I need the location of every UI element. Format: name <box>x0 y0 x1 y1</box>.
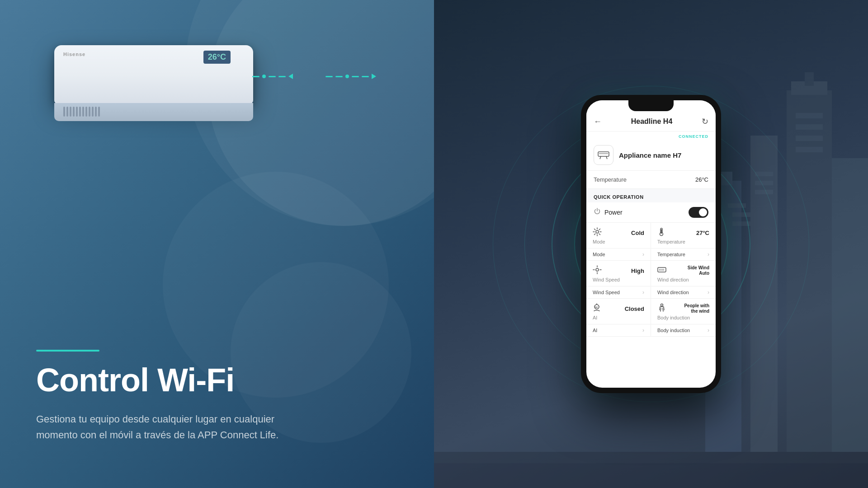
svg-line-28 <box>594 229 595 230</box>
temp-setting-top-row: 27°C <box>657 227 709 238</box>
svg-rect-6 <box>832 158 868 488</box>
ai-link-cell[interactable]: AI › <box>586 324 651 336</box>
body-induction-cell: People with the wind Body induction <box>651 299 716 324</box>
mode-link-arrow: › <box>642 251 644 258</box>
temp-setting-value: 27°C <box>696 230 709 236</box>
svg-rect-13 <box>796 113 823 118</box>
svg-line-20 <box>600 156 601 159</box>
ac-vent <box>63 107 65 117</box>
appliance-name: Appliance name H7 <box>619 151 681 159</box>
thermometer-icon <box>657 227 665 236</box>
ac-bottom <box>54 103 253 121</box>
ai-link-label: AI <box>593 328 597 333</box>
ai-section: AI Closed AI <box>586 299 716 337</box>
ac-vent <box>98 107 100 117</box>
mode-icon <box>593 227 602 238</box>
left-panel: Hisense 26°C <box>0 0 434 488</box>
ac-vent <box>70 107 71 117</box>
wifi-dashes-left <box>252 74 376 79</box>
wind-speed-icon <box>593 265 602 276</box>
power-toggle[interactable] <box>689 207 708 218</box>
temp-setting-icon <box>657 227 665 238</box>
connected-badge: CONNECTED <box>586 131 716 141</box>
temperature-label: Temperature <box>594 176 627 183</box>
app-header-title: Headline H4 <box>631 117 673 126</box>
ac-vent <box>76 107 78 117</box>
svg-rect-5 <box>805 72 814 86</box>
mode-svg-icon <box>593 227 602 236</box>
power-label: Power <box>604 209 623 216</box>
svg-rect-40 <box>658 267 666 272</box>
ac-vent <box>66 107 68 117</box>
mode-cell: Cold Mode <box>586 223 651 248</box>
ac-brand-label: Hisense <box>63 52 85 57</box>
body-induction-svg-icon <box>657 303 666 312</box>
ai-icon: AI <box>593 303 601 314</box>
ac-vent <box>95 107 97 117</box>
wind-speed-value: High <box>631 267 644 274</box>
svg-point-23 <box>596 230 599 233</box>
wind-grid-row: High Wind Speed <box>586 261 716 286</box>
ac-vents <box>54 103 253 120</box>
ai-value: Closed <box>625 305 644 312</box>
wind-link-row: Wind Speed › Wind direction › <box>586 286 716 299</box>
body-induction-link-cell[interactable]: Body induction › <box>651 324 716 336</box>
ac-vent <box>89 107 90 117</box>
ac-vent <box>82 107 84 117</box>
ac-unit: Hisense 26°C <box>54 45 253 121</box>
ac-vent <box>73 107 75 117</box>
mode-temp-grid-row: Cold Mode <box>586 223 716 249</box>
temperature-row: Temperature 26°C <box>586 171 716 189</box>
phone-container: ← Headline H4 ↻ CONNECTED <box>581 95 721 393</box>
wifi-dash <box>252 76 259 77</box>
back-button[interactable]: ← <box>594 117 602 127</box>
refresh-button[interactable]: ↻ <box>702 117 708 127</box>
power-row: Power <box>586 202 716 223</box>
wifi-dash <box>326 76 333 77</box>
wifi-arrow-right <box>372 74 376 79</box>
body-induction-icon <box>657 303 666 314</box>
quick-operation-title: QUICK OPERATION <box>586 189 716 202</box>
svg-rect-17 <box>434 461 868 488</box>
accent-bar <box>36 350 99 352</box>
wind-section: High Wind Speed <box>586 261 716 299</box>
wind-speed-label: Wind Speed <box>593 277 644 282</box>
ai-cell: AI Closed AI <box>586 299 651 324</box>
appliance-section: Appliance name H7 <box>586 141 716 171</box>
body-induction-value: People with the wind <box>678 303 709 314</box>
mode-top-row: Cold <box>593 227 644 238</box>
wifi-dash <box>352 76 359 77</box>
wind-direction-top-row: Side Wind Auto <box>657 265 709 276</box>
svg-rect-15 <box>796 136 823 141</box>
svg-rect-16 <box>796 147 823 152</box>
wifi-arrow-left <box>288 74 293 79</box>
ai-link-arrow: › <box>642 327 644 333</box>
body-induction-link-label: Body induction <box>657 328 690 333</box>
wind-direction-link-cell[interactable]: Wind direction › <box>651 286 716 298</box>
wifi-dot <box>345 75 349 78</box>
wind-direction-link-arrow: › <box>708 289 709 296</box>
svg-text:AI: AI <box>595 306 598 309</box>
mode-link-cell[interactable]: Mode › <box>586 249 651 260</box>
wind-direction-label: Wind direction <box>657 277 709 282</box>
temp-link-cell[interactable]: Temperature › <box>651 249 716 260</box>
ai-svg-icon: AI <box>593 303 601 312</box>
main-title: Control Wi-Fi <box>36 362 398 398</box>
svg-rect-18 <box>434 452 868 463</box>
temp-setting-cell: 27°C Temperature <box>651 223 716 248</box>
ac-vent <box>85 107 87 117</box>
svg-point-35 <box>596 268 599 271</box>
ac-icon-svg <box>597 150 610 160</box>
ac-body: Hisense 26°C <box>54 45 253 104</box>
body-induction-label: Body induction <box>657 315 709 320</box>
ai-top-row: AI Closed <box>593 303 644 314</box>
wind-speed-link-cell[interactable]: Wind Speed › <box>586 286 651 298</box>
wind-direction-value: Side Wind Auto <box>678 265 709 276</box>
phone-notch <box>628 100 674 111</box>
body-induction-link-arrow: › <box>708 327 709 333</box>
svg-line-30 <box>599 229 600 230</box>
svg-rect-19 <box>598 152 609 156</box>
wind-speed-link-label: Wind Speed <box>593 290 620 295</box>
wind-speed-svg-icon <box>593 265 602 274</box>
svg-line-31 <box>594 234 595 235</box>
